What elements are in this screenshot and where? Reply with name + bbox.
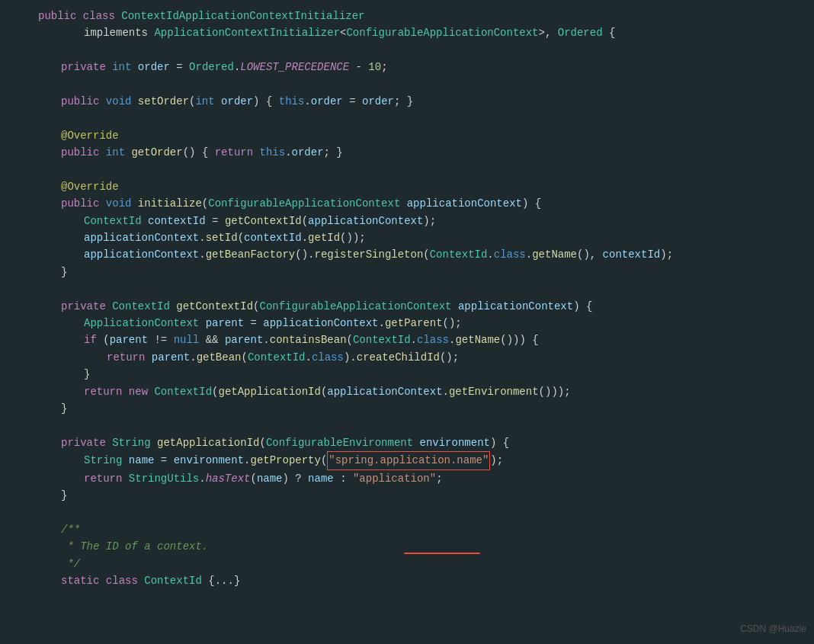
blank-line — [38, 42, 814, 59]
code-line: return parent.getBean(ContextId.class).c… — [38, 349, 814, 366]
code-line: public int getOrder() { return this.orde… — [38, 144, 814, 161]
blank-line — [38, 504, 814, 521]
kw-private2: private — [61, 298, 106, 315]
var-order: order — [138, 59, 170, 75]
javadoc-start: /** — [38, 521, 814, 538]
keyword-public: public — [38, 8, 76, 24]
code-line: ApplicationContext parent = applicationC… — [38, 315, 814, 332]
blank-line — [38, 417, 814, 434]
const-lowest: LOWEST_PRECEDENCE — [240, 59, 349, 75]
code-line: static class ContextId {...} — [38, 572, 814, 589]
code-line: applicationContext.setId(contextId.getId… — [38, 229, 814, 246]
comment-javadoc-end: */ — [61, 556, 80, 572]
code-line: if (parent != null && parent.containsBea… — [38, 332, 814, 348]
kw-public4: public — [61, 195, 99, 212]
method-getcontextid: getContextId — [225, 213, 302, 229]
var-contextid: contextId — [148, 213, 206, 229]
type-appcontext3: ApplicationContext — [84, 315, 199, 332]
type-string2: String — [84, 452, 122, 469]
code-line: } — [38, 366, 814, 383]
code-line: @Override — [38, 127, 814, 144]
type-contextid: ContextId — [84, 213, 142, 229]
kw-public2: public — [61, 93, 99, 110]
keyword-class: class — [83, 8, 115, 24]
red-underline-decoration — [404, 553, 480, 554]
code-line: } — [38, 487, 814, 504]
code-line: @Override — [38, 178, 814, 195]
kw-void2: void — [106, 195, 132, 212]
kw-if: if — [84, 332, 97, 348]
keyword-implements: implements — [84, 24, 148, 41]
code-line: private int order = Ordered.LOWEST_PRECE… — [38, 59, 814, 75]
code-line: return StringUtils.hasText(name) ? name … — [38, 470, 814, 487]
var-appcontext2: applicationContext — [84, 246, 199, 263]
code-line: } — [38, 400, 814, 417]
kw-public3: public — [61, 144, 99, 161]
method-getorder: getOrder — [131, 144, 182, 161]
type-appcontext-init: ApplicationContextInitializer — [154, 24, 340, 41]
code-line: public void setOrder(int order) { this.o… — [38, 93, 814, 110]
num-10: 10 — [368, 59, 381, 75]
kw-return2: return — [84, 383, 122, 400]
code-line: } — [38, 264, 814, 280]
var-appcontext: applicationContext — [84, 229, 199, 246]
method-getappid: getApplicationId — [157, 434, 259, 451]
blank-line — [38, 76, 814, 93]
comment-rest: ID of a context. — [99, 538, 208, 555]
type-ordered2: Ordered — [189, 59, 234, 75]
code-line: ContextId contextId = getContextId(appli… — [38, 213, 814, 229]
var-parent: parent — [206, 315, 244, 332]
string-application: "application" — [353, 470, 436, 487]
code-line: private ContextId getContextId(Configura… — [38, 298, 814, 315]
var-name: name — [129, 452, 155, 469]
kw-static: static — [61, 572, 99, 589]
code-line: return new ContextId(getApplicationId(ap… — [38, 383, 814, 400]
code-line: private String getApplicationId(Configur… — [38, 434, 814, 451]
code-editor: public class ContextIdApplicationContext… — [0, 0, 814, 644]
kw-new: new — [129, 383, 148, 400]
annotation-override2: @Override — [61, 178, 119, 195]
code-line: public class ContextIdApplicationContext… — [38, 8, 814, 24]
comment-javadoc-start: /** — [61, 521, 80, 538]
comment-the: The — [80, 538, 99, 555]
javadoc-end: */ — [38, 556, 814, 572]
method-setorder: setOrder — [138, 93, 189, 110]
code-line: applicationContext.getBeanFactory().regi… — [38, 246, 814, 263]
code-line: String name = environment.getProperty("s… — [38, 451, 814, 469]
type-stringutils: StringUtils — [129, 470, 199, 487]
blank-line — [38, 280, 814, 297]
kw-int: int — [112, 59, 131, 75]
kw-return3: return — [84, 470, 122, 487]
kw-return: return — [107, 349, 145, 366]
annotation-override1: @Override — [61, 127, 119, 144]
type-string: String — [112, 434, 150, 451]
code-line: public void initialize(ConfigurableAppli… — [38, 195, 814, 212]
type-contextid3: ContextId — [144, 572, 202, 589]
class-name: ContextIdApplicationContextInitializer — [121, 8, 364, 24]
kw-class2: class — [106, 572, 138, 589]
watermark: CSDN @Huazie — [740, 622, 806, 636]
string-spring-app-name: "spring.application.name" — [327, 451, 490, 469]
type-contextid2: ContextId — [112, 298, 170, 315]
kw-private3: private — [61, 434, 106, 451]
type-ordered: Ordered — [558, 24, 603, 41]
kw-private: private — [61, 59, 106, 75]
comment-javadoc-body: * — [61, 538, 80, 555]
method-getcontextid2: getContextId — [176, 298, 253, 315]
method-initialize: initialize — [138, 195, 202, 212]
method-hastext: hasText — [206, 470, 251, 487]
kw-int2: int — [106, 144, 125, 161]
blank-line — [38, 110, 814, 127]
blank-line — [38, 162, 814, 178]
kw-void: void — [106, 93, 132, 110]
code-line: implements ApplicationContextInitializer… — [38, 24, 814, 41]
